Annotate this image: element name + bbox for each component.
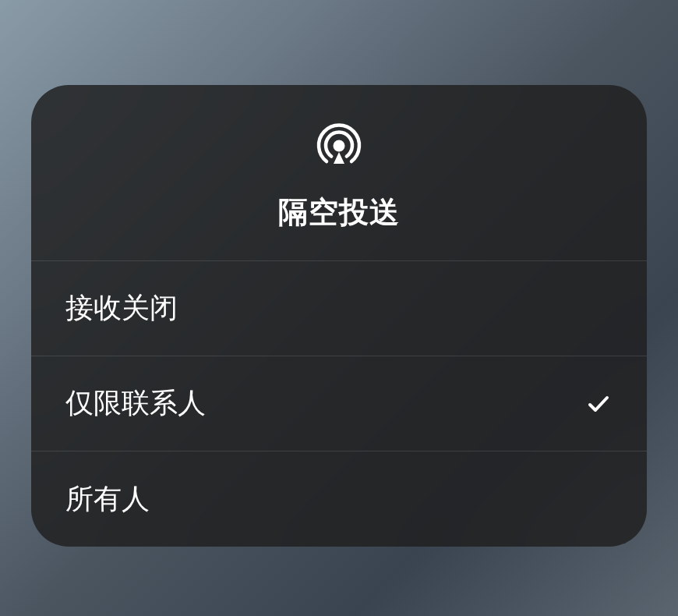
option-everyone[interactable]: 所有人	[31, 451, 647, 547]
option-contacts-only[interactable]: 仅限联系人	[31, 356, 647, 451]
airdrop-icon	[311, 118, 367, 174]
checkmark-icon	[584, 390, 613, 418]
options-list: 接收关闭 仅限联系人 所有人	[31, 261, 647, 547]
option-receiving-off[interactable]: 接收关闭	[31, 261, 647, 356]
option-label: 仅限联系人	[65, 384, 206, 423]
option-label: 接收关闭	[65, 289, 178, 327]
option-label: 所有人	[65, 480, 150, 519]
airdrop-popup: 隔空投送 接收关闭 仅限联系人 所有人	[31, 85, 647, 547]
popup-title: 隔空投送	[278, 193, 400, 232]
popup-header: 隔空投送	[31, 85, 647, 261]
svg-point-0	[334, 140, 345, 152]
